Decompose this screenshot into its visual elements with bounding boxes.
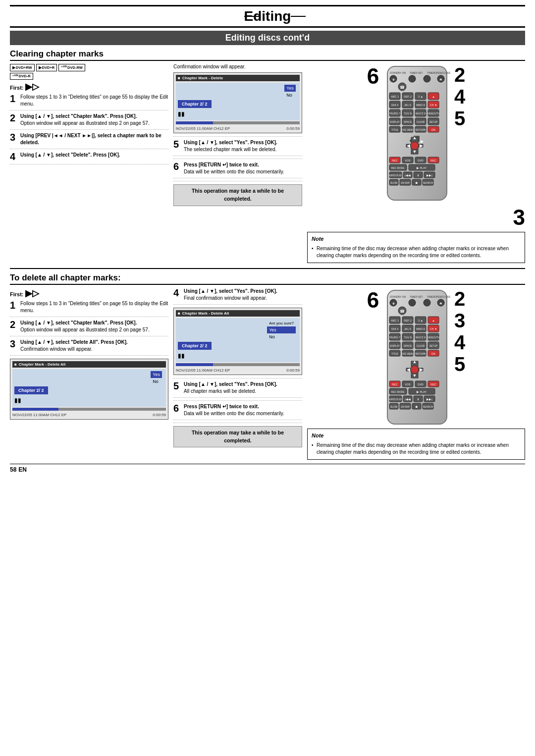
- svg-text:JKL  5: JKL 5: [404, 327, 411, 330]
- svg-text:REC: REC: [392, 383, 398, 386]
- big-nums-right-2: 2 3 4 5: [454, 288, 465, 375]
- section-divider: [10, 268, 525, 269]
- divider-mid2-1: [173, 378, 302, 378]
- dvd-logo-row2: +VR DVD-R: [10, 73, 168, 80]
- svg-text:VIDEO/TV: VIDEO/TV: [427, 336, 440, 339]
- svg-text:DISPLAY: DISPLAY: [390, 344, 400, 347]
- svg-text:WXYZ 9: WXYZ 9: [416, 112, 426, 115]
- svg-text:▶: ▶: [420, 367, 423, 372]
- svg-text:CLEAR: CLEAR: [417, 120, 425, 123]
- svg-text:REC MODE: REC MODE: [391, 166, 405, 169]
- screen-header-1: ■ Chapter Mark - Delete: [176, 75, 300, 81]
- section2-left: First: ▶▷ 1 Follow steps 1 to 3 in "Dele…: [10, 288, 168, 460]
- svg-text:▼: ▼: [413, 149, 417, 154]
- svg-text:RETURN: RETURN: [416, 352, 426, 355]
- section2-step6: 6 Press [RETURN ↵] twice to exit. Data w…: [173, 403, 302, 420]
- dvd-logo-dvdminusrw-vr: +VR DVD-RW: [58, 64, 85, 71]
- big-step-3-right: 3: [513, 205, 525, 230]
- op-note-2: This operation may take a while to be co…: [173, 426, 302, 448]
- section1-step1: 1 Follow steps 1 to 3 in "Deleting title…: [10, 94, 168, 110]
- svg-text:CM SKIP: CM SKIP: [401, 406, 410, 408]
- svg-text:⏻: ⏻: [392, 78, 395, 81]
- page-en: EN: [18, 466, 27, 473]
- svg-text:◀: ◀: [407, 367, 410, 372]
- svg-text:DEF  2: DEF 2: [404, 319, 412, 322]
- svg-text:▲: ▲: [413, 359, 417, 364]
- section1-left: ▶ DVD+RW ▶ DVD+R +VR DVD-RW +VR DVD-R: [10, 64, 168, 263]
- page-bottom: 58 EN: [10, 464, 525, 473]
- svg-text:3 ▲: 3 ▲: [418, 95, 423, 98]
- svg-text:DVD: DVD: [418, 383, 424, 386]
- screen-body-1: Yes No Chapter 2/ 2 ▮▮: [176, 83, 300, 120]
- svg-text:3 ▲: 3 ▲: [418, 319, 423, 322]
- svg-text:VIDEO/TV: VIDEO/TV: [427, 112, 440, 115]
- svg-text:PG/RS 7: PG/RS 7: [389, 112, 400, 115]
- svg-text:DISC MENU: DISC MENU: [401, 353, 414, 355]
- svg-text:TITLE: TITLE: [391, 352, 398, 355]
- svg-text:▲: ▲: [413, 135, 417, 140]
- svg-point-60: [411, 142, 419, 150]
- svg-text:◀: ◀: [407, 143, 410, 148]
- section1-step3: 3 Using [PREV |◄◄ / NEXT ►►|], select a …: [10, 132, 168, 149]
- svg-text:TITLE: TITLE: [391, 128, 398, 131]
- screen-header-2left: ■ Chapter Mark - Delete All: [12, 361, 166, 368]
- svg-point-147: [411, 366, 419, 374]
- page-title: Editing: [10, 5, 525, 28]
- svg-text:▶ PLAY: ▶ PLAY: [417, 390, 427, 393]
- svg-text:OPEN/CLOSE: OPEN/CLOSE: [434, 295, 451, 298]
- svg-text:REC MODE: REC MODE: [391, 390, 405, 393]
- svg-text:ABC  1: ABC 1: [391, 95, 399, 98]
- section1-layout: ▶ DVD+RW ▶ DVD+R +VR DVD-RW +VR DVD-R: [10, 64, 525, 263]
- divider-mid-3: [173, 181, 302, 181]
- screen-footer-1: NOV/22/05 11:00AM CH12 EP 0:00:59: [176, 125, 300, 131]
- section1-mid: Confirmation window will appear. ■ Chapt…: [173, 64, 302, 263]
- note-box-2: Note Remaining time of the disc may decr…: [307, 429, 525, 460]
- remote-2: STANDBY·ON TIMER SET TIMER OPEN/CLOSE ⏻ …: [382, 288, 452, 427]
- note-box-1: Note Remaining time of the disc may decr…: [307, 232, 525, 263]
- dvd-logo-dvdminusr-vr: +VR DVD-R: [10, 73, 33, 80]
- svg-text:▶ PLAY: ▶ PLAY: [417, 166, 427, 169]
- svg-text:TUV  8: TUV 8: [404, 336, 412, 339]
- svg-text:SLOW: SLOW: [390, 405, 398, 408]
- svg-text:▲: ▲: [432, 95, 434, 98]
- section2-step3: 3 Using [▲ / ▼], select "Delete All". Pr…: [10, 339, 168, 356]
- screen-header-2mid: ■ Chapter Mark - Delete All: [176, 310, 300, 317]
- section2-heading: To delete all chapter marks:: [10, 273, 525, 285]
- section2-screen-left: ■ Chapter Mark - Delete All Yes No Chapt…: [10, 359, 168, 420]
- svg-text:ABC  1: ABC 1: [391, 319, 399, 322]
- divider-mid2-3: [173, 423, 302, 423]
- svg-text:GHI  4: GHI 4: [391, 104, 398, 107]
- svg-text:JKL  5: JKL 5: [404, 104, 411, 107]
- svg-text:⏹: ⏹: [415, 405, 418, 408]
- svg-text:▶▶|: ▶▶|: [427, 398, 432, 401]
- svg-text:REC: REC: [392, 159, 398, 162]
- svg-text:CH ▼: CH ▼: [430, 327, 437, 330]
- screen-body-2left: Yes No Chapter 2/ 2 ▮▮: [12, 369, 166, 407]
- page-container: Editing Editing discs cont'd Clearing ch…: [0, 0, 535, 478]
- svg-text:PG/RS 7: PG/RS 7: [389, 336, 400, 339]
- section2-step1: 1 Follow steps 1 to 3 in "Deleting title…: [10, 300, 168, 317]
- screen-progress-1: [176, 121, 300, 124]
- svg-text:|◀◀: |◀◀: [405, 398, 410, 401]
- big-nums-right-1: 2 4 5: [454, 64, 465, 129]
- svg-text:DEF  2: DEF 2: [404, 95, 412, 98]
- svg-text:⏏: ⏏: [439, 78, 442, 81]
- svg-text:|◀◀: |◀◀: [405, 174, 410, 177]
- svg-text:SETUP: SETUP: [429, 120, 438, 123]
- screen-footer-2mid: NOV/22/05 11:00AM CH12 EP 0:00:59: [176, 367, 300, 373]
- svg-text:OPEN/CLOSE: OPEN/CLOSE: [434, 71, 451, 74]
- svg-text:CH ▼: CH ▼: [430, 104, 437, 107]
- screen-footer-2left: NOV/22/05 11:00AM CH12 EP 0:00:59: [12, 412, 166, 417]
- svg-text:⏸: ⏸: [417, 398, 420, 401]
- svg-text:▶▶|: ▶▶|: [427, 174, 432, 177]
- section2-step4: 4 Using [▲ / ▼], select "Yes". Press [OK…: [173, 288, 302, 305]
- section1-step2: 2 Using [▲ / ▼], select "Chapter Mark". …: [10, 113, 168, 130]
- section2-step2: 2 Using [▲ / ▼], select "Chapter Mark". …: [10, 320, 168, 336]
- svg-text:SPACE: SPACE: [404, 344, 412, 347]
- svg-point-8: [424, 75, 430, 82]
- svg-text:SPACE: SPACE: [404, 120, 412, 123]
- svg-text:STANDBY·ON: STANDBY·ON: [390, 295, 406, 298]
- section2-mid: 4 Using [▲ / ▼], select "Yes". Press [OK…: [173, 288, 302, 460]
- first-label-2: First: ▶▷: [10, 288, 168, 299]
- svg-text:RAPID PLAY: RAPID PLAY: [389, 174, 402, 177]
